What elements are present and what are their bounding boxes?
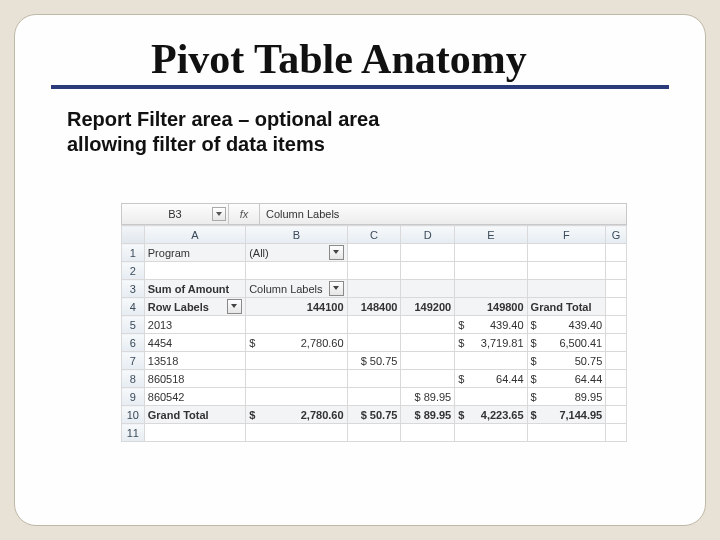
cell-G4[interactable] [606,298,627,316]
cell-C5[interactable] [347,316,401,334]
cell-G6[interactable] [606,334,627,352]
cell-E1[interactable] [455,244,527,262]
cell-C2[interactable] [347,262,401,280]
formula-value[interactable]: Column Labels [260,204,626,224]
cell-D6[interactable] [401,334,455,352]
column-labels-dropdown-icon[interactable] [329,281,344,296]
cell-A5[interactable]: 2013 [144,316,245,334]
cell-E6[interactable]: $3,719.81 [455,334,527,352]
cell-B8[interactable] [246,370,347,388]
cell-B6[interactable]: $2,780.60 [246,334,347,352]
cell-F7[interactable]: $50.75 [527,352,606,370]
cell-G11[interactable] [606,424,627,442]
cell-A10[interactable]: Grand Total [144,406,245,424]
cell-A2[interactable] [144,262,245,280]
cell-G1[interactable] [606,244,627,262]
cell-F5[interactable]: $439.40 [527,316,606,334]
cell-E4[interactable]: 149800 [455,298,527,316]
cell-C7[interactable]: $ 50.75 [347,352,401,370]
fx-label[interactable]: fx [229,204,260,224]
cell-F8[interactable]: $64.44 [527,370,606,388]
cell-A7[interactable]: 13518 [144,352,245,370]
cell-B7[interactable] [246,352,347,370]
cell-D1[interactable] [401,244,455,262]
cell-A1[interactable]: Program [144,244,245,262]
cell-F6[interactable]: $6,500.41 [527,334,606,352]
cell-F4[interactable]: Grand Total [527,298,606,316]
cell-F1[interactable] [527,244,606,262]
cell-B5[interactable] [246,316,347,334]
row-header-4[interactable]: 4 [122,298,145,316]
cell-E9[interactable] [455,388,527,406]
cell-A9[interactable]: 860542 [144,388,245,406]
cell-G2[interactable] [606,262,627,280]
report-filter-dropdown-icon[interactable] [329,245,344,260]
row-header-7[interactable]: 7 [122,352,145,370]
cell-B3[interactable]: Column Labels [246,280,347,298]
col-header-B[interactable]: B [246,226,347,244]
row-header-1[interactable]: 1 [122,244,145,262]
cell-C1[interactable] [347,244,401,262]
cell-B1[interactable]: (All) [246,244,347,262]
cell-D5[interactable] [401,316,455,334]
cell-G3[interactable] [606,280,627,298]
cell-D4[interactable]: 149200 [401,298,455,316]
row-labels-dropdown-icon[interactable] [227,299,242,314]
cell-A11[interactable] [144,424,245,442]
row-header-11[interactable]: 11 [122,424,145,442]
cell-F3[interactable] [527,280,606,298]
cell-E2[interactable] [455,262,527,280]
col-header-A[interactable]: A [144,226,245,244]
col-header-C[interactable]: C [347,226,401,244]
cell-C10[interactable]: $ 50.75 [347,406,401,424]
row-header-6[interactable]: 6 [122,334,145,352]
name-box-dropdown-icon[interactable] [212,207,226,221]
cell-B2[interactable] [246,262,347,280]
cell-A3[interactable]: Sum of Amount [144,280,245,298]
cell-D11[interactable] [401,424,455,442]
cell-F11[interactable] [527,424,606,442]
cell-A8[interactable]: 860518 [144,370,245,388]
cell-B4[interactable]: 144100 [246,298,347,316]
cell-G5[interactable] [606,316,627,334]
col-header-G[interactable]: G [606,226,627,244]
cell-G9[interactable] [606,388,627,406]
name-box[interactable]: B3 [122,204,229,224]
cell-E3[interactable] [455,280,527,298]
cell-G10[interactable] [606,406,627,424]
row-header-5[interactable]: 5 [122,316,145,334]
cell-B10[interactable]: $2,780.60 [246,406,347,424]
cell-D7[interactable] [401,352,455,370]
cell-E11[interactable] [455,424,527,442]
cell-F2[interactable] [527,262,606,280]
cell-C9[interactable] [347,388,401,406]
cell-D8[interactable] [401,370,455,388]
cell-C4[interactable]: 148400 [347,298,401,316]
cell-C8[interactable] [347,370,401,388]
cell-E7[interactable] [455,352,527,370]
cell-D3[interactable] [401,280,455,298]
row-header-3[interactable]: 3 [122,280,145,298]
cell-C3[interactable] [347,280,401,298]
cell-E8[interactable]: $64.44 [455,370,527,388]
col-header-F[interactable]: F [527,226,606,244]
row-header-9[interactable]: 9 [122,388,145,406]
cell-E10[interactable]: $4,223.65 [455,406,527,424]
cell-B11[interactable] [246,424,347,442]
cell-A4[interactable]: Row Labels [144,298,245,316]
cell-B9[interactable] [246,388,347,406]
row-header-2[interactable]: 2 [122,262,145,280]
cell-G8[interactable] [606,370,627,388]
cell-A6[interactable]: 4454 [144,334,245,352]
cell-C6[interactable] [347,334,401,352]
col-header-D[interactable]: D [401,226,455,244]
cell-G7[interactable] [606,352,627,370]
cell-D2[interactable] [401,262,455,280]
cell-C11[interactable] [347,424,401,442]
cell-F9[interactable]: $89.95 [527,388,606,406]
select-all-corner[interactable] [122,226,145,244]
row-header-10[interactable]: 10 [122,406,145,424]
cell-D10[interactable]: $ 89.95 [401,406,455,424]
cell-F10[interactable]: $7,144.95 [527,406,606,424]
row-header-8[interactable]: 8 [122,370,145,388]
